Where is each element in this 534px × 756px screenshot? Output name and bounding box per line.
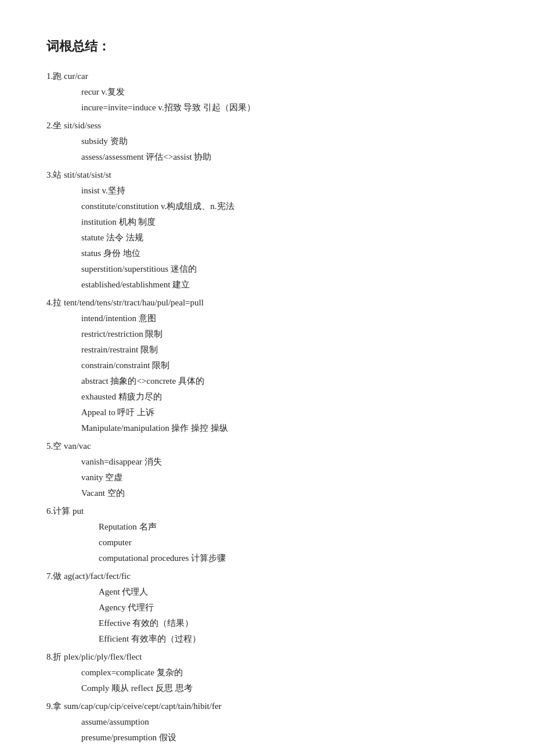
section-7-child-2: Effective 有效的（结果） <box>46 615 488 631</box>
section-7-child-1: Agency 代理行 <box>46 600 488 615</box>
page-title: 词根总结： <box>46 35 488 58</box>
section-4-child-2: restrain/restraint 限制 <box>46 342 488 358</box>
section-3-child-2: institution 机构 制度 <box>46 214 488 230</box>
section-3-child-5: superstition/superstitious 迷信的 <box>46 261 488 277</box>
section-9: 9.拿 sum/cap/cup/cip/ceive/cept/capt/tain… <box>46 699 488 746</box>
section-5-child-1: vanity 空虚 <box>46 470 488 485</box>
section-3-label: 3.站 stit/stat/sist/st <box>46 167 488 183</box>
section-4-child-1: restrict/restriction 限制 <box>46 326 488 342</box>
section-3-child-3: statute 法令 法规 <box>46 230 488 246</box>
section-1: 1.跑 cur/carrecur v.复发incure=invite=induc… <box>46 69 488 116</box>
section-8-child-0: complex=complicate 复杂的 <box>46 665 488 681</box>
section-8-child-1: Comply 顺从 reflect 反思 思考 <box>46 681 488 696</box>
section-3-child-1: constitute/constitution v.构成组成、n.宪法 <box>46 199 488 214</box>
section-2-child-0: subsidy 资助 <box>46 134 488 149</box>
section-7-label: 7.做 ag(act)/fact/fect/fic <box>46 568 488 584</box>
section-6: 6.计算 putReputation 名声computercomputation… <box>46 503 488 566</box>
section-9-child-1: presume/presumption 假设 <box>46 730 488 746</box>
content-area: 1.跑 cur/carrecur v.复发incure=invite=induc… <box>46 69 488 746</box>
section-3-child-6: established/establishment 建立 <box>46 277 488 293</box>
section-5-label: 5.空 van/vac <box>46 438 488 454</box>
section-8: 8.折 plex/plic/ply/flex/flectcomplex=comp… <box>46 649 488 696</box>
section-1-label: 1.跑 cur/car <box>46 69 488 84</box>
section-5-child-2: Vacant 空的 <box>46 485 488 501</box>
section-9-child-0: assume/assumption <box>46 714 488 730</box>
section-3: 3.站 stit/stat/sist/stinsist v.坚持constitu… <box>46 167 488 293</box>
section-4-label: 4.拉 tent/tend/tens/str/tract/hau/pul/pea… <box>46 295 488 311</box>
section-4-child-7: Manipulate/manipulation 操作 操控 操纵 <box>46 420 488 436</box>
section-6-child-1: computer <box>46 535 488 550</box>
section-7-child-3: Efficient 有效率的（过程） <box>46 631 488 647</box>
section-3-child-4: status 身份 地位 <box>46 246 488 261</box>
section-4-child-6: Appeal to 呼吁 上诉 <box>46 405 488 420</box>
section-6-child-2: computational procedures 计算步骤 <box>46 550 488 566</box>
section-8-label: 8.折 plex/plic/ply/flex/flect <box>46 649 488 665</box>
section-9-label: 9.拿 sum/cap/cup/cip/ceive/cept/capt/tain… <box>46 699 488 714</box>
section-1-child-1: incure=invite=induce v.招致 导致 引起（因果） <box>46 100 488 116</box>
section-4-child-0: intend/intention 意图 <box>46 311 488 326</box>
section-2: 2.坐 sit/sid/sesssubsidy 资助assess/assessm… <box>46 118 488 165</box>
section-3-child-0: insist v.坚持 <box>46 183 488 199</box>
section-5-child-0: vanish=disappear 消失 <box>46 454 488 470</box>
section-5: 5.空 van/vacvanish=disappear 消失vanity 空虚V… <box>46 438 488 501</box>
section-2-label: 2.坐 sit/sid/sess <box>46 118 488 134</box>
section-1-child-0: recur v.复发 <box>46 84 488 100</box>
section-4-child-3: constrain/constraint 限制 <box>46 358 488 373</box>
section-4: 4.拉 tent/tend/tens/str/tract/hau/pul/pea… <box>46 295 488 436</box>
section-7: 7.做 ag(act)/fact/fect/ficAgent 代理人Agency… <box>46 568 488 647</box>
section-7-child-0: Agent 代理人 <box>46 584 488 600</box>
section-4-child-4: abstract 抽象的<>concrete 具体的 <box>46 373 488 389</box>
section-2-child-1: assess/assessment 评估<>assist 协助 <box>46 149 488 165</box>
section-6-label: 6.计算 put <box>46 503 488 519</box>
section-6-child-0: Reputation 名声 <box>46 519 488 535</box>
section-4-child-5: exhausted 精疲力尽的 <box>46 389 488 405</box>
